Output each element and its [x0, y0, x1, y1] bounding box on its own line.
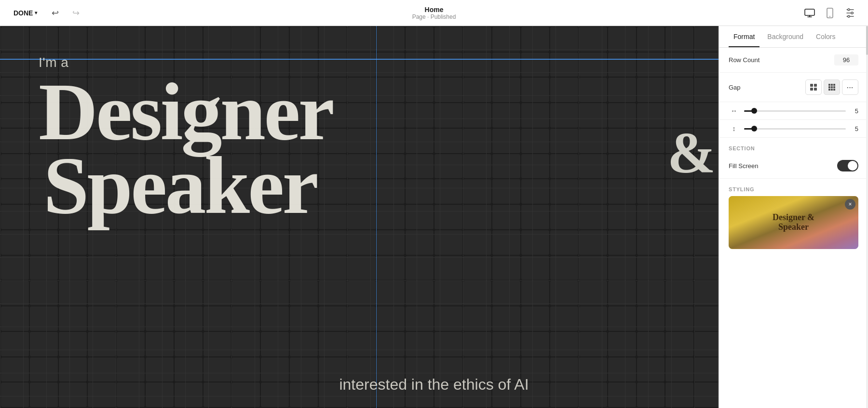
grid-cell: [1, 103, 29, 128]
grid-cell: [1, 281, 29, 305]
done-button[interactable]: DONE ▾: [10, 7, 41, 19]
grid-cell: [261, 179, 289, 204]
grid-cell: [203, 78, 231, 102]
fill-screen-toggle[interactable]: [837, 160, 858, 171]
settings-button[interactable]: [842, 6, 858, 20]
grid-cell: [637, 230, 665, 255]
grid-cell: [146, 179, 174, 204]
grid-cell: [463, 205, 491, 229]
grid-cell: [377, 78, 405, 102]
grid-cell: [88, 179, 116, 204]
tab-format[interactable]: Format: [729, 26, 760, 47]
svg-rect-6: [810, 84, 813, 87]
grid-cell: [146, 78, 174, 102]
done-label: DONE: [14, 9, 33, 17]
grid-cell: [30, 154, 58, 179]
fill-screen-row: Fill Screen: [719, 153, 868, 179]
grid-cell: [637, 154, 665, 179]
grid-cell: [377, 129, 405, 153]
gap-grid-large-button[interactable]: [824, 79, 840, 95]
redo-icon: ↪: [72, 8, 80, 18]
gap-grid-small-button[interactable]: [805, 79, 822, 95]
grid-cell: [665, 332, 693, 356]
styling-preview-close-button[interactable]: ×: [845, 199, 855, 210]
gap-more-button[interactable]: ···: [842, 79, 858, 95]
tab-background[interactable]: Background: [762, 26, 808, 47]
grid-cell: [232, 306, 260, 331]
grid-cell: [348, 205, 376, 229]
mobile-view-button[interactable]: [824, 6, 836, 20]
grid-cell: [319, 179, 347, 204]
grid-cell: [348, 256, 376, 280]
grid-cell: [550, 281, 578, 305]
gap-icons: ···: [805, 79, 858, 95]
grid-cell: [492, 154, 520, 179]
topbar: DONE ▾ ↩ ↪ Home Page · Published: [0, 0, 868, 26]
grid-cell: [1, 382, 29, 407]
row-count-row: Row Count 96: [719, 48, 868, 73]
grid-cell: [175, 306, 203, 331]
grid-cell: [406, 27, 434, 52]
grid-cell: [146, 154, 174, 179]
grid-cell: [492, 332, 520, 356]
grid-cell: [146, 27, 174, 52]
grid-cell: [406, 205, 434, 229]
svg-rect-10: [828, 84, 830, 86]
chevron-down-icon: ▾: [35, 10, 37, 15]
tab-colors[interactable]: Colors: [811, 26, 840, 47]
grid-cell: [30, 332, 58, 356]
grid-cell: [117, 53, 145, 77]
vertical-gap-slider[interactable]: [744, 128, 846, 130]
topbar-left: DONE ▾ ↩ ↪: [10, 6, 82, 20]
grid-cell: [665, 129, 693, 153]
grid-cell: [637, 382, 665, 407]
grid-cell: [492, 53, 520, 77]
horizontal-gap-value: 5: [851, 107, 858, 115]
grid-cell: [550, 205, 578, 229]
properties-panel: Format Background Colors Row Count 96 Ga…: [719, 26, 868, 408]
page-subtitle: Page · Published: [412, 13, 456, 20]
horizontal-gap-slider[interactable]: [744, 110, 846, 112]
topbar-center: Home Page · Published: [412, 6, 456, 20]
grid-cell: [348, 27, 376, 52]
svg-rect-18: [833, 89, 835, 91]
grid-cell: [463, 230, 491, 255]
undo-icon: ↩: [52, 8, 59, 18]
grid-cell: [1, 179, 29, 204]
undo-button[interactable]: ↩: [49, 6, 62, 20]
grid-cell: [406, 103, 434, 128]
grid-cell: [1, 256, 29, 280]
svg-point-3: [848, 9, 850, 11]
grid-cell: [290, 230, 318, 255]
grid-cell: [434, 230, 462, 255]
svg-rect-15: [833, 86, 835, 88]
grid-cell: [203, 256, 231, 280]
svg-rect-14: [831, 86, 833, 88]
panel-scrollbar[interactable]: [866, 26, 868, 408]
grid-cell: [492, 78, 520, 102]
grid-cell: [232, 129, 260, 153]
grid-cell: [608, 78, 636, 102]
grid-cell: [261, 357, 289, 382]
styling-preview[interactable]: Designer & Speaker ×: [729, 196, 858, 249]
grid-cell: [88, 129, 116, 153]
redo-button[interactable]: ↪: [69, 6, 82, 20]
grid-cell: [665, 78, 693, 102]
gap-label: Gap: [729, 84, 741, 91]
grid-cell: [463, 332, 491, 356]
grid-cell: [463, 53, 491, 77]
styling-preview-image: Designer & Speaker: [729, 196, 858, 249]
grid-cell: [203, 357, 231, 382]
grid-cell: [319, 281, 347, 305]
grid-cell: [550, 103, 578, 128]
grid-cell: [117, 256, 145, 280]
grid-cell: [146, 357, 174, 382]
desktop-view-button[interactable]: [801, 7, 818, 19]
grid-cell: [261, 306, 289, 331]
grid-cell: [30, 230, 58, 255]
grid-cell: [175, 154, 203, 179]
grid-cell: [290, 154, 318, 179]
grid-cell: [261, 53, 289, 77]
grid-cell: [117, 306, 145, 331]
row-count-value[interactable]: 96: [834, 54, 858, 66]
